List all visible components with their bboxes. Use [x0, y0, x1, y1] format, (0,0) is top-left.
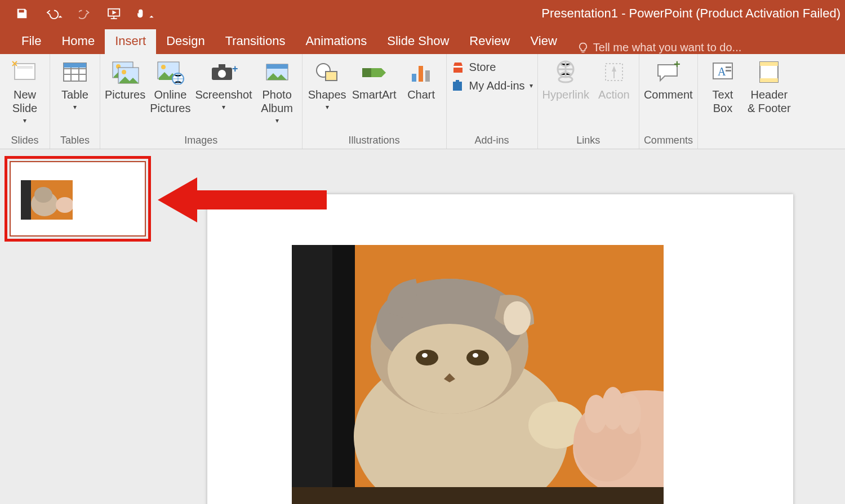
group-illustrations: Shapes ▾ SmartArt Chart Illustrations — [303, 54, 447, 149]
chevron-down-icon: ▾ — [275, 114, 279, 127]
table-button[interactable]: Table ▾ — [55, 57, 95, 114]
tab-animations[interactable]: Animations — [295, 29, 377, 54]
pictures-icon — [110, 59, 140, 86]
store-icon — [451, 61, 465, 74]
online-pictures-icon — [155, 59, 185, 86]
group-text: A Text Box Header & Footer Text — [698, 54, 795, 149]
smartart-icon — [360, 59, 388, 86]
group-label: Tables — [55, 135, 95, 148]
touch-mouse-mode-icon[interactable] — [135, 7, 154, 20]
slide-thumbnails-pane[interactable] — [0, 149, 155, 504]
svg-point-58 — [619, 394, 641, 434]
svg-rect-33 — [726, 70, 731, 72]
text-box-icon: A — [711, 59, 735, 86]
svg-rect-23 — [453, 66, 462, 68]
undo-icon[interactable] — [44, 7, 63, 20]
tell-me-search[interactable]: Tell me what you want to do... — [577, 41, 741, 54]
store-button[interactable]: Store — [451, 61, 533, 74]
svg-rect-13 — [219, 64, 225, 69]
redo-icon[interactable] — [79, 7, 91, 20]
svg-point-10 — [161, 65, 166, 69]
svg-rect-36 — [760, 78, 778, 82]
slide-editor[interactable] — [155, 149, 845, 504]
svg-point-48 — [504, 301, 531, 335]
lightbulb-icon — [577, 42, 589, 53]
new-slide-button[interactable]: New Slide ▾ — [5, 57, 45, 127]
group-label: Add-ins — [451, 135, 533, 148]
svg-point-27 — [559, 77, 572, 82]
svg-rect-17 — [266, 64, 288, 69]
quick-access-toolbar — [0, 7, 154, 20]
workspace — [0, 149, 845, 504]
smartart-button[interactable]: SmartArt — [352, 57, 397, 101]
start-from-beginning-icon[interactable] — [107, 7, 119, 20]
addins-icon — [451, 80, 465, 92]
group-comments: + Comment Comments — [639, 54, 698, 149]
tab-insert[interactable]: Insert — [105, 29, 156, 54]
tab-slide-show[interactable]: Slide Show — [377, 29, 459, 54]
tell-me-placeholder: Tell me what you want to do... — [593, 41, 741, 54]
comment-icon: + — [655, 59, 682, 86]
comment-button[interactable]: + Comment — [644, 57, 693, 101]
svg-point-49 — [388, 324, 512, 414]
window-title: Presentation1 - PowerPoint (Product Acti… — [154, 6, 845, 21]
tab-view[interactable]: View — [521, 29, 567, 54]
photo-album-icon — [263, 59, 291, 86]
slide-thumbnail-1-highlight — [5, 156, 151, 242]
screenshot-icon: + — [210, 59, 238, 86]
chart-icon — [408, 59, 434, 86]
svg-text:A: A — [718, 65, 726, 78]
table-icon — [63, 59, 87, 86]
svg-rect-22 — [425, 70, 430, 82]
header-footer-button[interactable]: Header & Footer — [748, 57, 791, 115]
svg-rect-44 — [332, 245, 355, 504]
group-images: Pictures Online Pictures + Screenshot ▾ — [100, 54, 303, 149]
svg-text:+: + — [232, 63, 238, 74]
photo-album-button[interactable]: Photo Album ▾ — [257, 57, 297, 127]
chevron-down-icon: ▾ — [23, 114, 26, 127]
svg-rect-35 — [760, 62, 778, 66]
svg-rect-25 — [456, 80, 459, 83]
cat-image-icon[interactable] — [292, 245, 664, 504]
group-label: Illustrations — [307, 135, 442, 148]
group-label: Links — [542, 135, 634, 148]
group-label: Images — [105, 135, 297, 148]
text-box-button[interactable]: A Text Box — [702, 57, 743, 115]
svg-rect-20 — [412, 74, 416, 82]
tab-transitions[interactable]: Transitions — [215, 29, 296, 54]
ribbon: New Slide ▾ Slides Table ▾ Tables Pictur — [0, 54, 845, 149]
group-addins: Store My Add-ins ▾ Add-ins — [447, 54, 538, 149]
tab-home[interactable]: Home — [51, 29, 105, 54]
new-slide-icon — [11, 59, 38, 86]
svg-point-53 — [473, 353, 478, 358]
svg-point-14 — [218, 70, 226, 78]
chevron-down-icon: ▾ — [73, 100, 77, 114]
svg-point-40 — [34, 187, 52, 203]
tab-design[interactable]: Design — [156, 29, 215, 54]
screenshot-button[interactable]: + Screenshot ▾ — [195, 57, 252, 114]
my-addins-button[interactable]: My Add-ins ▾ — [451, 79, 533, 92]
tab-review[interactable]: Review — [459, 29, 520, 54]
hyperlink-icon — [553, 59, 579, 86]
shapes-button[interactable]: Shapes ▾ — [307, 57, 348, 114]
online-pictures-button[interactable]: Online Pictures — [150, 57, 190, 115]
title-bar: Presentation1 - PowerPoint (Product Acti… — [0, 0, 845, 27]
action-button[interactable]: Action — [594, 57, 634, 101]
svg-point-52 — [422, 353, 428, 358]
cat-image-thumbnail-icon — [21, 180, 73, 220]
svg-rect-38 — [21, 180, 31, 220]
chevron-down-icon: ▾ — [222, 100, 225, 114]
save-icon[interactable] — [16, 7, 28, 20]
hyperlink-button[interactable]: Hyperlink — [542, 57, 589, 101]
chart-button[interactable]: Chart — [401, 57, 442, 101]
svg-point-8 — [122, 70, 126, 74]
tab-file[interactable]: File — [11, 29, 51, 54]
group-slides: New Slide ▾ Slides — [0, 54, 50, 149]
svg-point-50 — [416, 350, 438, 365]
svg-rect-19 — [326, 72, 337, 81]
svg-rect-59 — [292, 487, 664, 504]
slide-thumbnail-1[interactable] — [10, 161, 146, 237]
pictures-button[interactable]: Pictures — [105, 57, 145, 101]
slide-canvas[interactable] — [207, 194, 793, 504]
action-icon — [602, 59, 626, 86]
